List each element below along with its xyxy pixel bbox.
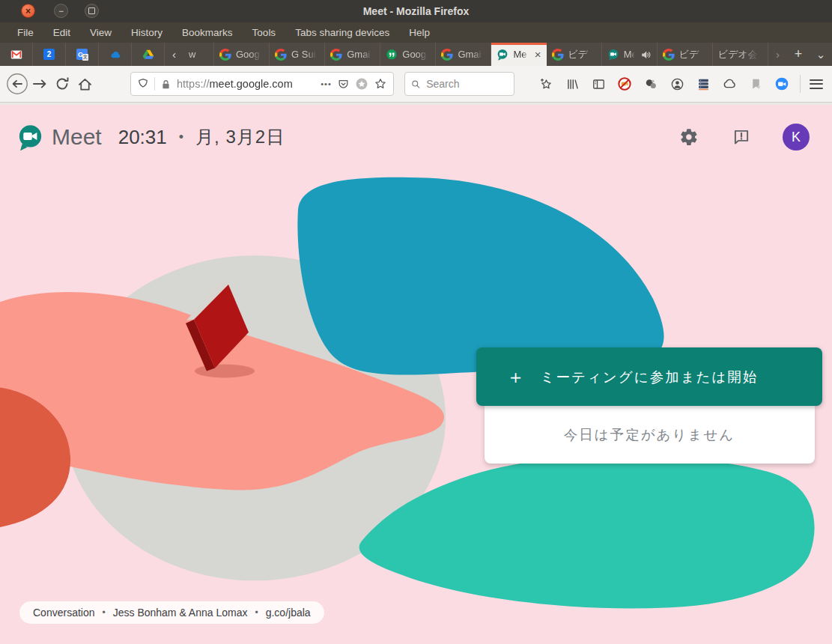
sidebar-toggle-button[interactable] — [591, 76, 606, 91]
menu-button[interactable] — [810, 79, 823, 89]
reload-icon — [55, 76, 70, 91]
current-time: 20:31 — [118, 126, 167, 149]
menu-file[interactable]: File — [7, 24, 43, 41]
meet-header: Meet 20:31 • 月, 3月2日 K — [0, 105, 832, 169]
google-favicon — [441, 49, 453, 61]
browser-tab[interactable]: w — [183, 43, 214, 66]
app-name: Meet — [52, 124, 102, 150]
menu-tools[interactable]: Tools — [243, 24, 286, 41]
join-meeting-label: ミーティングに参加または開始 — [541, 368, 759, 386]
window-minimize-button[interactable]: − — [54, 4, 68, 18]
menu-bar: File Edit View History Bookmarks Tools T… — [0, 22, 832, 43]
window-title: Meet - Mozilla Firefox — [363, 5, 470, 17]
url-host: meet.google.com — [210, 78, 293, 90]
url-bar-divider — [154, 77, 155, 91]
browser-tab[interactable]: Goog — [214, 43, 270, 66]
browser-tab[interactable]: Gmai — [436, 43, 491, 66]
tab-list-dropdown-button[interactable]: ⌄ — [810, 43, 832, 66]
reload-button[interactable] — [51, 73, 73, 95]
menu-view[interactable]: View — [80, 24, 121, 41]
browser-tab[interactable]: Me — [602, 43, 658, 66]
account-button[interactable] — [669, 76, 684, 91]
tab-scroll-left-button[interactable]: ‹ — [165, 43, 183, 66]
meet-page: Meet 20:31 • 月, 3月2日 K ＋ ミーティングに参加または開始 … — [0, 103, 832, 644]
library-button[interactable] — [565, 76, 580, 91]
home-icon — [77, 76, 93, 92]
back-button[interactable] — [6, 73, 28, 95]
attribution-dot: • — [103, 607, 106, 618]
onedrive-icon — [109, 49, 121, 61]
pocket-icon[interactable] — [337, 78, 350, 91]
tab-title: G Sui — [291, 49, 319, 60]
toolbar-divider — [800, 75, 801, 93]
browser-tab[interactable]: ビデオ会 — [713, 43, 768, 66]
maximize-icon — [88, 7, 95, 14]
attribution-label: Conversation — [33, 607, 95, 619]
toolbar-actions — [538, 76, 789, 91]
star-plus-icon — [539, 77, 553, 91]
menu-bookmarks[interactable]: Bookmarks — [172, 24, 243, 41]
pinned-tab-gmail[interactable] — [0, 43, 33, 66]
cloud-icon — [722, 76, 737, 91]
google-favicon — [275, 49, 287, 61]
window-maximize-button[interactable] — [85, 4, 99, 18]
browser-tab[interactable]: Gmai — [325, 43, 380, 66]
menu-tabs-sharing-devices[interactable]: Tabs sharing devices — [285, 24, 399, 41]
menu-help[interactable]: Help — [399, 24, 440, 41]
pinned-tab-drive[interactable] — [132, 43, 165, 66]
join-or-start-meeting-button[interactable]: ＋ ミーティングに参加または開始 — [476, 347, 822, 406]
url-bar[interactable]: https://meet.google.com ••• — [130, 72, 394, 96]
account-avatar[interactable]: K — [783, 124, 810, 151]
browser-tab-active[interactable]: Me× — [491, 43, 546, 66]
translate-char: 文 — [82, 54, 88, 61]
settings-gear-icon[interactable] — [679, 127, 699, 147]
bookmark-flag-extension-button[interactable] — [748, 76, 763, 91]
pinned-tab-calendar[interactable]: 2 — [33, 43, 66, 66]
server-extension-button[interactable] — [696, 76, 711, 91]
new-tab-button[interactable]: + — [787, 43, 810, 66]
tab-title: Goog — [402, 49, 430, 60]
hangouts-favicon — [386, 49, 398, 61]
spheres-icon — [644, 77, 658, 91]
spheres-extension-button[interactable] — [643, 76, 658, 91]
pinned-tab-onedrive[interactable] — [99, 43, 132, 66]
content-blocker-extension-button[interactable] — [617, 76, 632, 91]
pinned-tab-translate[interactable]: G文 — [66, 43, 99, 66]
window-close-button[interactable]: × — [21, 4, 35, 18]
tab-strip: 2 G文 ‹ w Goog G Sui Gmai Goog Gmai Me× ビ… — [0, 43, 832, 66]
meet-favicon — [607, 49, 619, 61]
tab-close-button[interactable]: × — [535, 48, 541, 61]
tab-title: Me — [513, 49, 529, 60]
search-input[interactable] — [425, 77, 508, 91]
menu-edit[interactable]: Edit — [43, 24, 80, 41]
menu-history[interactable]: History — [121, 24, 172, 41]
back-icon — [6, 73, 28, 95]
library-icon — [565, 77, 580, 91]
home-button[interactable] — [73, 73, 96, 95]
empty-schedule-text: 今日は予定がありません — [564, 425, 735, 444]
cloud-extension-button[interactable] — [722, 76, 737, 91]
browser-tab[interactable]: ビデ — [658, 43, 713, 66]
tab-title: ビデ — [679, 48, 707, 61]
forward-button[interactable] — [28, 73, 51, 95]
url-scheme: https:// — [177, 78, 210, 90]
zoom-extension-button[interactable] — [774, 76, 789, 91]
search-bar[interactable] — [404, 72, 515, 96]
star-circle-icon[interactable] — [355, 77, 368, 91]
current-date: 月, 3月2日 — [195, 125, 285, 149]
page-actions-icon[interactable]: ••• — [321, 79, 332, 88]
browser-tab[interactable]: Goog — [380, 43, 436, 66]
tab-audio-icon[interactable] — [640, 49, 652, 60]
google-favicon — [330, 49, 342, 61]
bookmark-star-icon[interactable] — [374, 77, 387, 91]
url-text[interactable]: https://meet.google.com — [177, 78, 315, 90]
bookmark-add-button[interactable] — [538, 76, 553, 91]
lock-icon — [160, 79, 171, 90]
search-icon — [411, 79, 420, 90]
tab-title: Gmai — [458, 49, 485, 60]
feedback-icon[interactable] — [732, 127, 751, 147]
browser-tab[interactable]: G Sui — [270, 43, 325, 66]
browser-tab[interactable]: ビデ — [547, 43, 602, 66]
meet-logo-icon — [16, 124, 44, 151]
tab-scroll-right-button[interactable]: › — [768, 43, 787, 66]
